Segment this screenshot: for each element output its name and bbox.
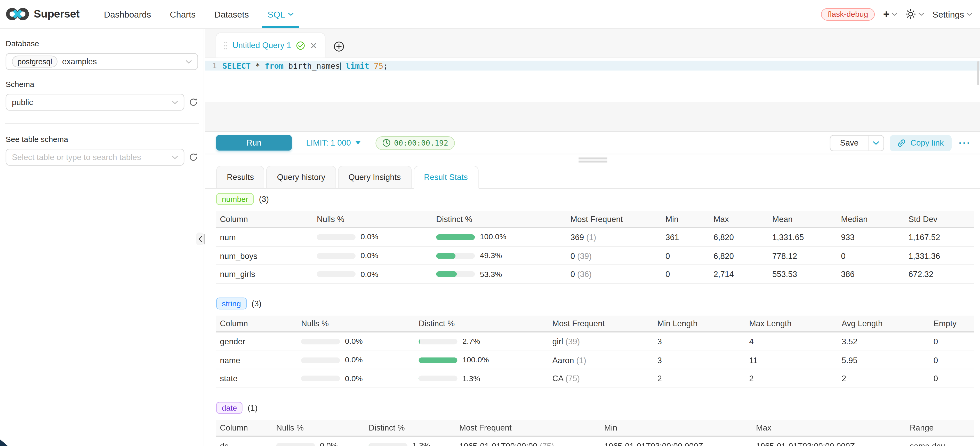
column-header: Distinct %: [433, 215, 567, 224]
tab-results[interactable]: Results: [216, 166, 264, 188]
stat-value-cell: 1,331.65: [768, 232, 837, 242]
close-tab-icon[interactable]: ✕: [310, 41, 317, 50]
stat-value-cell: 6,820: [710, 232, 769, 242]
most-frequent-cell: girl (39): [549, 337, 654, 346]
stat-value-cell: 3: [654, 337, 745, 346]
collapse-sidebar-button[interactable]: [196, 233, 204, 245]
stat-value-cell: 0: [662, 251, 710, 260]
column-name-cell: name: [216, 355, 298, 365]
schema-select[interactable]: public: [6, 94, 185, 110]
panel-resize-handle[interactable]: [205, 155, 980, 166]
nav-item-sql[interactable]: SQL: [258, 0, 303, 28]
timer-value: 00:00:00.192: [394, 139, 448, 147]
tab-query-insights[interactable]: Query Insights: [338, 166, 411, 188]
most-frequent-cell: CA (75): [549, 374, 654, 383]
query-tab[interactable]: Untitled Query 1 ✕: [215, 32, 325, 57]
sidebar-divider: [5, 123, 199, 124]
editor-active-line: 1 SELECT * from birth_names limit 75;: [205, 61, 980, 71]
editor-empty-area[interactable]: [205, 71, 980, 102]
stat-value-cell: 6,820: [710, 251, 769, 260]
number-stats-table: ColumnNulls %Distinct %Most FrequentMinM…: [216, 211, 974, 284]
table-row: ds0.0%1.3%1965-01-01T00:00:00 (75)1965-0…: [216, 437, 974, 446]
tab-query-history[interactable]: Query history: [266, 166, 336, 188]
percent-label: 100.0%: [462, 356, 489, 365]
most-frequent-cell: 0 (39): [566, 251, 662, 260]
column-header: Std Dev: [905, 215, 974, 224]
infinity-logo-icon: [6, 8, 29, 21]
caret-down-icon: [355, 141, 360, 144]
nulls-progress-bar: [317, 253, 356, 259]
check-circle-icon: [296, 41, 305, 50]
stat-value-cell: same day: [906, 441, 974, 446]
stat-value-cell: 1965-01-01T03:00:00.000Z: [752, 441, 906, 446]
column-header: Min: [600, 423, 752, 433]
refresh-schemas-button[interactable]: [189, 97, 198, 107]
save-split-button: Save: [830, 135, 884, 151]
plus-circle-icon: [333, 41, 344, 52]
chevron-down-icon: [919, 12, 924, 16]
limit-dropdown[interactable]: LIMIT: 1 000: [306, 138, 361, 147]
stat-value-cell: 3: [654, 355, 745, 365]
mouse-cursor-artifact: [0, 439, 8, 446]
type-tag-date: date: [216, 402, 243, 414]
scrollbar-thumb[interactable]: [977, 61, 979, 85]
chevron-down-icon: [172, 100, 178, 104]
stat-value-cell: 2: [838, 374, 930, 383]
clock-icon: [382, 139, 390, 147]
column-name-cell: state: [216, 374, 298, 383]
percent-label: 0.0%: [345, 356, 363, 365]
table-row: num0.0%100.0%369 (1)3616,8201,331.659331…: [216, 228, 974, 247]
chevron-down-icon: [892, 12, 897, 16]
distinct-progress-bar: [418, 376, 457, 381]
column-header: Max Length: [745, 319, 838, 328]
column-header: Mean: [768, 215, 837, 224]
new-item-button[interactable]: +: [883, 9, 898, 19]
percent-label: 0.0%: [361, 233, 378, 242]
table-row: name0.0%100.0%Aaron (1)3115.950: [216, 351, 974, 370]
percent-label: 1.3%: [412, 441, 430, 446]
nav-item-datasets[interactable]: Datasets: [205, 0, 258, 28]
column-name-cell: num: [216, 232, 313, 242]
copy-link-button[interactable]: Copy link: [890, 135, 951, 151]
save-button[interactable]: Save: [830, 135, 868, 150]
refresh-tables-button[interactable]: [189, 153, 198, 162]
refresh-icon: [189, 97, 198, 107]
string-stats-table: ColumnNulls %Distinct %Most FrequentMin …: [216, 315, 974, 388]
nav-item-dashboards[interactable]: Dashboards: [94, 0, 160, 28]
more-actions-button[interactable]: ···: [957, 138, 973, 148]
stat-value-cell: 672.32: [905, 269, 974, 279]
scrollbar-thumb[interactable]: [203, 234, 205, 244]
drag-handle-icon: [224, 41, 228, 50]
nav-item-charts[interactable]: Charts: [161, 0, 205, 28]
new-query-tab-button[interactable]: [333, 41, 344, 52]
sql-lab-sidebar: Database postgresql examples Schema publ…: [0, 29, 204, 446]
nav-item-sql-label: SQL: [267, 9, 285, 19]
superset-logo[interactable]: Superset: [0, 0, 80, 28]
table-header-row: ColumnNulls %Distinct %Most FrequentMinM…: [216, 420, 974, 437]
run-query-button[interactable]: Run: [216, 135, 292, 151]
environment-badge: flask-debug: [821, 8, 875, 20]
table-row: state0.0%1.3%CA (75)2220: [216, 370, 974, 388]
settings-menu[interactable]: Settings: [932, 9, 972, 19]
save-options-button[interactable]: [868, 135, 884, 150]
tab-result-stats[interactable]: Result Stats: [414, 166, 478, 188]
copy-link-label: Copy link: [910, 138, 943, 147]
navbar-right: flask-debug +: [821, 0, 980, 28]
schema-label: Schema: [6, 80, 198, 89]
column-header: Nulls %: [313, 215, 433, 224]
distinct-progress-bar: [418, 357, 457, 363]
table-row: num_girls0.0%53.3%0 (36)02,714553.533866…: [216, 265, 974, 284]
stat-value-cell: 2,714: [710, 269, 769, 279]
stat-value-cell: 0: [837, 251, 905, 260]
most-frequent-cell: 369 (1): [566, 232, 662, 242]
settings-label: Settings: [932, 9, 964, 19]
table-header-row: ColumnNulls %Distinct %Most FrequentMin …: [216, 315, 974, 333]
table-select[interactable]: Select table or type to search tables: [6, 149, 185, 166]
plus-icon: +: [883, 9, 889, 19]
column-header: Most Frequent: [549, 319, 654, 328]
stat-value-cell: 386: [837, 269, 905, 279]
sql-code-editor[interactable]: 1 SELECT * from birth_names limit 75;: [205, 58, 980, 131]
theme-toggle[interactable]: [906, 9, 924, 19]
database-select[interactable]: postgresql examples: [6, 53, 198, 70]
stat-value-cell: 0: [662, 269, 710, 279]
